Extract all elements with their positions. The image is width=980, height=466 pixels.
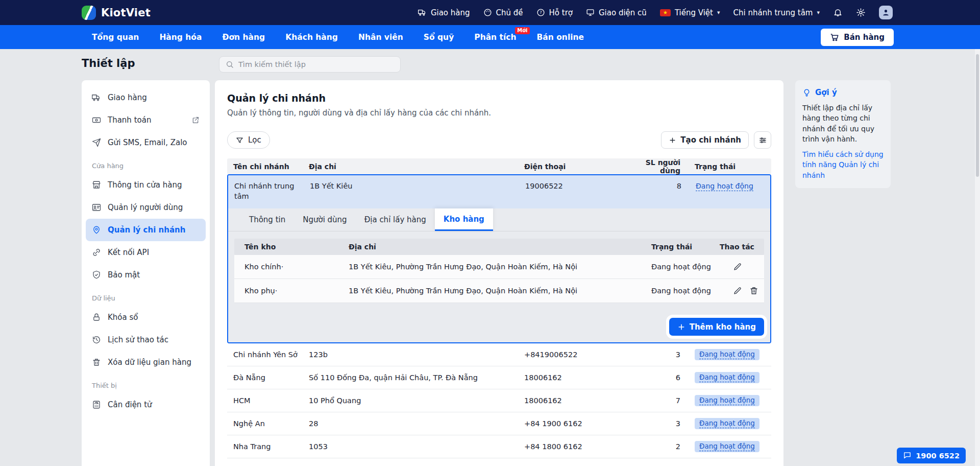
- lightbulb-icon: [802, 88, 811, 97]
- content: Giao hàng Thanh toán Gửi SMS, Email, Zal…: [0, 80, 980, 466]
- topbar-language-label: Tiếng Việt: [675, 8, 713, 17]
- status-badge[interactable]: Đang hoạt động: [695, 349, 760, 360]
- add-warehouse-button[interactable]: Thêm kho hàng: [669, 318, 764, 336]
- sidebar-item-branch-management[interactable]: Quản lý chi nhánh: [86, 219, 206, 241]
- sidebar-item-electronic-scale[interactable]: Cân điện tử: [86, 393, 206, 416]
- avatar[interactable]: [879, 6, 893, 19]
- sidebar-item-user-management[interactable]: Quản lý người dùng: [86, 196, 206, 219]
- chevron-down-icon: ▾: [717, 9, 720, 16]
- gear-icon[interactable]: [856, 8, 866, 17]
- branch-address: 123b: [309, 351, 524, 359]
- warehouse-row[interactable]: Kho phụ· 1B Yết Kiêu, Phường Trần Hưng Đ…: [234, 279, 764, 303]
- topbar-language-select[interactable]: ★ Tiếng Việt ▾: [660, 8, 720, 17]
- edit-icon[interactable]: [733, 262, 742, 271]
- col-warehouse-actions: Thao tác: [720, 243, 764, 251]
- brand[interactable]: KiotViet: [82, 6, 151, 20]
- palette-icon: [483, 8, 492, 17]
- tips-link[interactable]: Tìm hiểu cách sử dụng tính năng Quản lý …: [802, 149, 884, 180]
- branch-row[interactable]: Chi nhánh Yên Sở 123b +8419006522 3 Đang…: [227, 343, 771, 366]
- nav-analytics[interactable]: Phân tích Mới: [474, 33, 516, 42]
- sidebar-item-activity-history[interactable]: Lịch sử thao tác: [86, 329, 206, 351]
- sidebar-item-delivery[interactable]: Giao hàng: [86, 86, 206, 109]
- sidebar-item-sms-email-zalo[interactable]: Gửi SMS, Email, Zalo: [86, 131, 206, 154]
- branch-name: Nghệ An: [233, 420, 309, 428]
- warehouse-row[interactable]: Kho chính· 1B Yết Kiêu, Phường Trần Hưng…: [234, 255, 764, 279]
- delivery-truck-icon: [418, 8, 427, 17]
- shield-icon: [92, 270, 101, 279]
- branch-address: 28: [309, 420, 524, 428]
- nav-customers[interactable]: Khách hàng: [285, 33, 338, 42]
- branch-row[interactable]: HCM 10 Phổ Quang 18006162 7 Đang hoạt độ…: [227, 389, 771, 412]
- page-title: Thiết lập: [82, 57, 135, 69]
- status-badge[interactable]: Đang hoạt động: [695, 395, 760, 406]
- nav-staff[interactable]: Nhân viên: [358, 33, 403, 42]
- topbar-old-ui[interactable]: Giao diện cũ: [586, 8, 647, 17]
- filter-button[interactable]: Lọc: [227, 131, 270, 149]
- store-icon: [92, 180, 101, 190]
- id-card-icon: [92, 203, 101, 212]
- status-badge[interactable]: Đang hoạt động: [695, 418, 760, 429]
- topbar-theme-label: Chủ đề: [496, 8, 523, 17]
- nav-overview[interactable]: Tổng quan: [92, 33, 139, 42]
- plus-icon: [677, 323, 685, 331]
- nav-cashbook[interactable]: Sổ quỹ: [424, 33, 454, 42]
- topbar-branch-select[interactable]: Chi nhánh trung tâm ▾: [733, 8, 820, 17]
- nav-products[interactable]: Hàng hóa: [159, 33, 202, 42]
- scrollbar-thumb[interactable]: [976, 54, 979, 177]
- page-scrollbar: [975, 49, 980, 466]
- page-head: Thiết lập: [0, 49, 980, 80]
- column-settings-button[interactable]: [754, 131, 771, 149]
- toolbar: Lọc Tạo chi nhánh: [227, 131, 771, 149]
- tips-body: Thiết lập địa chỉ lấy hàng theo từng chi…: [802, 103, 884, 144]
- support-hotline-button[interactable]: 1900 6522: [897, 448, 966, 463]
- tab-users[interactable]: Người dùng: [294, 208, 355, 231]
- col-warehouse-address: Địa chỉ: [349, 243, 651, 251]
- branch-row-selected[interactable]: Chi nhánh trung tâm 1B Yết Kiêu 19006522…: [228, 175, 770, 208]
- sell-button[interactable]: Bán hàng: [821, 29, 894, 46]
- nav-orders[interactable]: Đơn hàng: [222, 33, 265, 42]
- branch-user-count: 3: [639, 351, 690, 359]
- topbar-support[interactable]: ? Hỗ trợ: [536, 8, 573, 17]
- branch-row[interactable]: Nghệ An 28 +84 1900 6162 3 Đang hoạt độn…: [227, 412, 771, 435]
- branch-name: Đà Nẵng: [233, 374, 309, 382]
- status-badge[interactable]: Đang hoạt động: [695, 441, 760, 452]
- nav-items: Tổng quan Hàng hóa Đơn hàng Khách hàng N…: [92, 33, 821, 42]
- branch-phone: +84 1900 6162: [524, 420, 639, 428]
- search-icon: [226, 60, 234, 68]
- branch-detail: Thông tin Người dùng Địa chỉ lấy hàng Kh…: [228, 208, 770, 342]
- status-badge[interactable]: Đang hoạt động: [695, 372, 760, 383]
- sidebar-item-store-info[interactable]: Thông tin cửa hàng: [86, 174, 206, 196]
- tab-warehouses[interactable]: Kho hàng: [435, 208, 493, 231]
- branch-user-count: 7: [639, 397, 690, 405]
- topbar-branch-label: Chi nhánh trung tâm: [733, 8, 813, 17]
- search-input[interactable]: [238, 60, 394, 68]
- branch-user-count: 2: [639, 442, 690, 451]
- nav-online-sales[interactable]: Bán online: [537, 33, 584, 42]
- sidebar-item-api[interactable]: Kết nối API: [86, 241, 206, 264]
- col-phone: Điện thoại: [524, 162, 639, 171]
- edit-icon[interactable]: [733, 286, 742, 295]
- warehouse-table-header: Tên kho Địa chỉ Trạng thái Thao tác: [234, 239, 764, 255]
- tab-info[interactable]: Thông tin: [240, 208, 294, 231]
- warehouse-address: 1B Yết Kiêu, Phường Trần Hưng Đạo, Quận …: [349, 263, 651, 271]
- topbar-right: Giao hàng Chủ đề ? Hỗ trợ Giao diện cũ ★…: [418, 6, 893, 19]
- chat-icon: [903, 451, 912, 460]
- create-branch-button[interactable]: Tạo chi nhánh: [661, 131, 749, 149]
- bell-icon[interactable]: [833, 8, 843, 17]
- sidebar-item-payment[interactable]: Thanh toán: [86, 109, 206, 131]
- status-badge[interactable]: Đang hoạt động: [696, 182, 753, 191]
- branch-phone: 18006162: [524, 374, 639, 382]
- trash-icon[interactable]: [749, 286, 758, 295]
- sidebar-item-delete-store-data[interactable]: Xóa dữ liệu gian hàng: [86, 351, 206, 374]
- branch-row[interactable]: Đà Nẵng Số 110 Đống Đa, quận Hải Châu, T…: [227, 366, 771, 389]
- sidebar-item-security[interactable]: Bảo mật: [86, 264, 206, 286]
- sidebar-item-lock-books[interactable]: Khóa sổ: [86, 306, 206, 329]
- tab-pickup-address[interactable]: Địa chỉ lấy hàng: [356, 208, 435, 231]
- branch-address: Số 110 Đống Đa, quận Hải Châu, TP. Đà Nẵ…: [309, 374, 524, 382]
- branch-user-count: 3: [639, 420, 690, 428]
- topbar-delivery[interactable]: Giao hàng: [418, 8, 470, 17]
- branch-address: 1053: [309, 442, 524, 451]
- branch-row[interactable]: Nha Trang 1053 +84 1800 6162 2 Đang hoạt…: [227, 435, 771, 458]
- topbar-theme[interactable]: Chủ đề: [483, 8, 523, 17]
- chevron-down-icon: ▾: [817, 9, 820, 16]
